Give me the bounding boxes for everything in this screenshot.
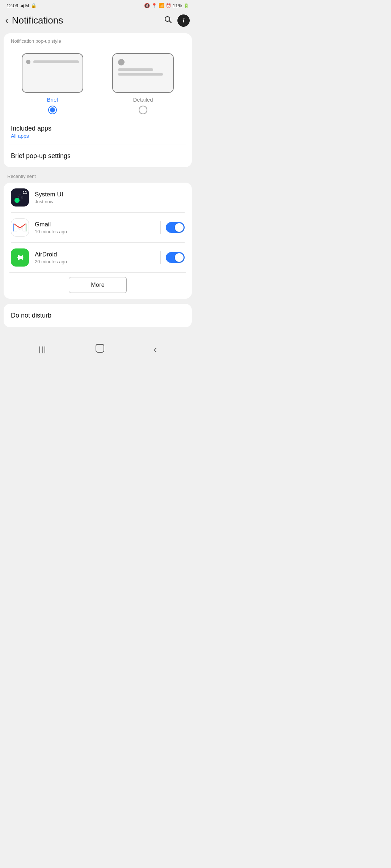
popup-style-card: Notification pop-up style Brief — [4, 33, 192, 167]
app-time: 10 minutes ago — [35, 229, 155, 234]
detail-line-1 — [118, 68, 153, 71]
popup-detailed-option[interactable]: Detailed — [98, 53, 188, 114]
airdroid-svg — [13, 251, 26, 264]
header: ‹ Notifications i — [0, 10, 196, 32]
time: 12:09 — [7, 3, 18, 8]
gmail-info: Gmail 10 minutes ago — [35, 221, 155, 234]
more-btn-row: More — [4, 273, 192, 299]
shield-status-icon: 🔒 — [31, 3, 37, 8]
sysui-rings — [16, 193, 24, 202]
airdroid-icon — [11, 248, 29, 267]
svg-point-2 — [17, 195, 23, 200]
recently-sent-label: Recently sent — [0, 169, 196, 181]
brief-radio-fill — [50, 107, 55, 112]
back-arrow-icon: ◀ — [20, 3, 24, 8]
alarm-icon: ⏰ — [166, 3, 171, 8]
menu-button[interactable]: ||| — [32, 343, 53, 356]
gmail-icon — [11, 218, 29, 237]
app-name: Gmail — [35, 221, 155, 228]
back-button[interactable]: ‹ — [4, 13, 12, 27]
detailed-radio[interactable] — [139, 106, 147, 114]
header-icons: i — [162, 14, 190, 27]
detail-line-2 — [118, 73, 163, 76]
page-title: Notifications — [12, 15, 162, 26]
battery-percent: 11% — [173, 3, 182, 8]
list-item[interactable]: AirDroid 20 minutes ago — [4, 243, 192, 272]
info-icon: i — [183, 17, 185, 24]
detailed-icon — [118, 59, 125, 65]
mute-icon: 🔇 — [144, 3, 150, 8]
location-icon: 📍 — [151, 3, 157, 8]
dnd-card: Do not disturb — [4, 304, 192, 327]
dnd-title: Do not disturb — [11, 312, 185, 319]
included-apps-sub: All apps — [11, 133, 185, 139]
svg-line-1 — [169, 21, 172, 23]
popup-brief-option[interactable]: Brief — [7, 53, 98, 114]
brief-bar — [26, 60, 79, 64]
brief-preview — [22, 53, 83, 93]
included-apps-row[interactable]: Included apps All apps — [4, 118, 192, 145]
toggle-divider — [160, 221, 161, 234]
popup-style-row: Brief Detailed — [7, 53, 188, 114]
home-button[interactable] — [88, 341, 112, 358]
wifi-icon: 📶 — [159, 3, 164, 8]
airdroid-info: AirDroid 20 minutes ago — [35, 251, 155, 264]
status-left: 12:09 ◀ M 🔒 — [7, 3, 37, 8]
toggle-divider — [160, 251, 161, 264]
battery-icon: 🔋 — [184, 3, 189, 8]
brief-settings-title: Brief pop-up settings — [11, 152, 185, 160]
bottom-nav: ||| ‹ — [0, 336, 196, 365]
dnd-row[interactable]: Do not disturb — [4, 304, 192, 327]
svg-rect-6 — [26, 224, 26, 231]
app-name: System UI — [35, 191, 185, 198]
gmail-toggle[interactable] — [166, 222, 185, 233]
system-ui-icon: 11 — [11, 188, 29, 207]
app-time: Just now — [35, 199, 185, 204]
brief-line — [33, 60, 79, 63]
more-button[interactable]: More — [69, 277, 127, 293]
detailed-preview — [112, 53, 174, 93]
search-button[interactable] — [162, 14, 174, 27]
system-ui-info: System UI Just now — [35, 191, 185, 204]
recently-sent-card: 11 System UI Just now — [4, 183, 192, 299]
brief-settings-row[interactable]: Brief pop-up settings — [4, 145, 192, 167]
brief-dot — [26, 60, 30, 64]
airdroid-toggle-container — [160, 251, 185, 264]
brief-label: Brief — [47, 97, 58, 103]
toggle-knob — [175, 223, 184, 232]
gmail-svg — [13, 222, 26, 233]
svg-rect-5 — [13, 224, 14, 231]
status-bar: 12:09 ◀ M 🔒 🔇 📍 📶 ⏰ 11% 🔋 — [0, 0, 196, 10]
list-item[interactable]: Gmail 10 minutes ago — [4, 213, 192, 242]
home-icon — [95, 343, 105, 353]
list-item[interactable]: 11 System UI Just now — [4, 183, 192, 212]
svg-rect-11 — [96, 344, 104, 352]
back-nav-button[interactable]: ‹ — [147, 342, 163, 357]
app-name: AirDroid — [35, 251, 155, 258]
status-right: 🔇 📍 📶 ⏰ 11% 🔋 — [144, 3, 189, 8]
popup-style-label: Notification pop-up style — [4, 33, 192, 47]
info-button[interactable]: i — [177, 14, 190, 27]
airdroid-toggle[interactable] — [166, 252, 185, 263]
detail-lines — [118, 68, 168, 76]
popup-style-container: Brief Detailed — [4, 47, 192, 118]
detailed-label: Detailed — [133, 97, 153, 103]
included-apps-title: Included apps — [11, 125, 185, 132]
svg-point-3 — [18, 196, 22, 199]
toggle-knob — [175, 253, 184, 262]
gmail-status-icon: M — [25, 3, 29, 8]
app-time: 20 minutes ago — [35, 259, 155, 264]
brief-radio[interactable] — [48, 106, 57, 114]
gmail-toggle-container — [160, 221, 185, 234]
